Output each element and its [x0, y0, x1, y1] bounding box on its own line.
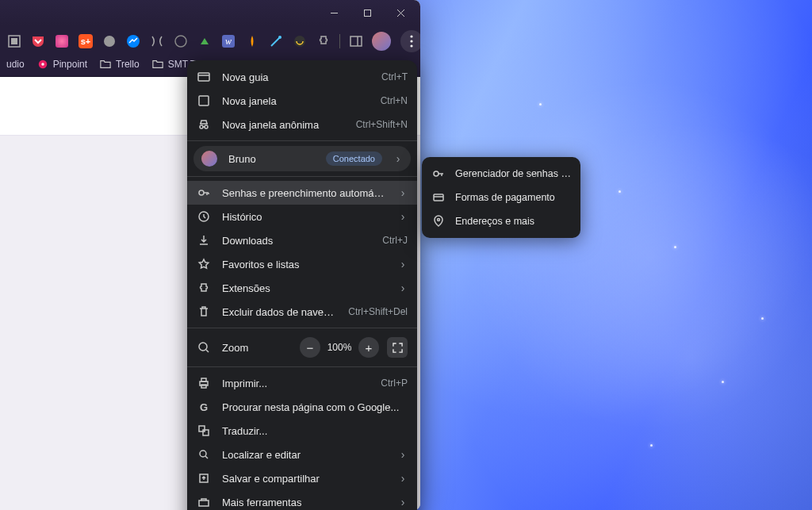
menu-passwords[interactable]: Senhas e preenchimento automático › — [187, 181, 417, 205]
menu-profile[interactable]: Bruno Conectado › — [193, 146, 411, 171]
chrome-menu-button[interactable] — [400, 30, 420, 52]
submenu-payment[interactable]: Formas de pagamento — [422, 186, 580, 209]
extension-icon-4[interactable] — [149, 33, 165, 49]
menu-label: Imprimir... — [222, 378, 370, 389]
menu-shortcut: Ctrl+N — [381, 95, 408, 106]
read-mode-icon[interactable] — [6, 33, 22, 49]
menu-shortcut: Ctrl+J — [382, 235, 408, 246]
profile-avatar-icon — [201, 151, 217, 167]
key-icon — [197, 186, 211, 200]
svg-point-39 — [434, 171, 439, 176]
menu-more-tools[interactable]: Mais ferramentas › — [187, 490, 417, 510]
extension-icon-7[interactable]: w — [220, 33, 236, 49]
svg-line-33 — [205, 456, 208, 458]
google-icon: G — [197, 400, 211, 414]
extension-icon-9[interactable] — [268, 33, 284, 49]
chevron-right-icon: › — [398, 448, 408, 461]
chevron-right-icon: › — [398, 210, 408, 223]
menu-zoom: Zoom − 100% + — [187, 332, 417, 362]
menu-label: Procurar nesta página com o Google... — [222, 401, 408, 413]
menu-extensions[interactable]: Extensões › — [187, 276, 417, 300]
svg-rect-35 — [199, 500, 209, 506]
menu-separator — [187, 140, 417, 141]
chevron-right-icon: › — [398, 496, 408, 508]
svg-rect-14 — [198, 73, 209, 81]
credit-card-icon — [431, 190, 446, 205]
trash-icon — [197, 305, 211, 319]
submenu-password-manager[interactable]: Gerenciador de senhas do Google — [422, 162, 580, 186]
menu-incognito[interactable]: Nova janela anônima Ctrl+Shift+N — [187, 113, 417, 136]
svg-rect-31 — [203, 430, 209, 435]
passwords-submenu: Gerenciador de senhas do Google Formas d… — [422, 157, 580, 238]
svg-rect-28 — [201, 378, 206, 382]
fullscreen-button[interactable] — [387, 337, 408, 358]
chevron-right-icon: › — [398, 282, 408, 294]
puzzle-icon — [197, 281, 211, 295]
zoom-icon — [197, 340, 211, 355]
extension-icon-1[interactable] — [54, 33, 70, 49]
messenger-icon[interactable] — [125, 33, 141, 49]
extension-icon-3[interactable] — [102, 33, 117, 49]
chrome-main-menu: Nova guia Ctrl+T Nova janela Ctrl+N Nova… — [187, 60, 417, 510]
svg-point-4 — [175, 36, 186, 47]
extension-icon-6[interactable] — [197, 33, 213, 49]
menu-new-window[interactable]: Nova janela Ctrl+N — [187, 89, 417, 113]
maximize-button[interactable] — [350, 2, 384, 24]
menu-shortcut: Ctrl+T — [381, 71, 408, 82]
bookmark-label: Pinpoint — [53, 59, 87, 70]
extensions-toolbar: s+ w — [0, 25, 420, 56]
pocket-icon[interactable] — [30, 33, 46, 49]
svg-point-9 — [410, 35, 412, 37]
window-titlebar — [0, 0, 420, 25]
location-icon — [431, 214, 446, 228]
menu-history[interactable]: Histórico › — [187, 205, 417, 228]
submenu-addresses[interactable]: Endereços e mais — [422, 209, 580, 233]
svg-rect-30 — [199, 426, 205, 431]
menu-search-google[interactable]: G Procurar nesta página com o Google... — [187, 395, 417, 419]
svg-rect-16 — [199, 96, 209, 105]
bookmark-item[interactable]: udio — [6, 59, 25, 70]
menu-save-share[interactable]: Salvar e compartilhar › — [187, 466, 417, 490]
menu-label: Salvar e compartilhar — [222, 473, 387, 485]
menu-clear-data[interactable]: Excluir dados de navegação... Ctrl+Shift… — [187, 300, 417, 324]
menu-translate[interactable]: Traduzir... — [187, 419, 417, 443]
print-icon — [197, 376, 211, 390]
chevron-right-icon: › — [398, 472, 408, 485]
menu-label: Extensões — [222, 282, 387, 294]
profile-avatar[interactable] — [372, 32, 391, 51]
menu-label: Localizar e editar — [222, 449, 387, 461]
menu-shortcut: Ctrl+Shift+Del — [348, 306, 408, 317]
extension-icon-2[interactable]: s+ — [78, 33, 94, 49]
menu-label: Zoom — [222, 342, 289, 354]
search-icon — [197, 447, 211, 462]
close-button[interactable] — [384, 2, 417, 24]
menu-print[interactable]: Imprimir... Ctrl+P — [187, 371, 417, 395]
menu-bookmarks[interactable]: Favoritos e listas › — [187, 252, 417, 276]
zoom-out-button[interactable]: − — [300, 337, 320, 358]
profile-name: Bruno — [228, 153, 315, 165]
svg-point-32 — [200, 451, 206, 457]
svg-point-25 — [199, 343, 207, 351]
side-panel-icon[interactable] — [348, 33, 364, 49]
extension-icon-10[interactable] — [292, 33, 308, 49]
minimize-button[interactable] — [317, 2, 350, 24]
menu-separator — [187, 328, 417, 328]
menu-separator — [187, 176, 417, 177]
svg-point-18 — [205, 125, 208, 128]
bookmark-folder[interactable]: Trello — [100, 59, 140, 70]
profile-status-badge: Conectado — [326, 151, 382, 166]
extension-icon-8[interactable] — [244, 33, 260, 49]
menu-downloads[interactable]: Downloads Ctrl+J — [187, 228, 417, 252]
menu-label: Gerenciador de senhas do Google — [455, 168, 571, 179]
zoom-in-button[interactable]: + — [358, 337, 379, 358]
svg-rect-42 — [434, 194, 443, 201]
menu-new-tab[interactable]: Nova guia Ctrl+T — [187, 65, 417, 89]
menu-find-edit[interactable]: Localizar e editar › — [187, 443, 417, 466]
bookmark-item[interactable]: Pinpoint — [37, 59, 87, 70]
download-icon — [197, 233, 211, 247]
extension-icon-5[interactable] — [173, 33, 189, 49]
menu-label: Favoritos e listas — [222, 259, 387, 270]
extensions-puzzle-icon[interactable] — [316, 33, 331, 49]
menu-label: Mais ferramentas — [222, 497, 387, 508]
menu-label: Excluir dados de navegação... — [222, 306, 337, 318]
